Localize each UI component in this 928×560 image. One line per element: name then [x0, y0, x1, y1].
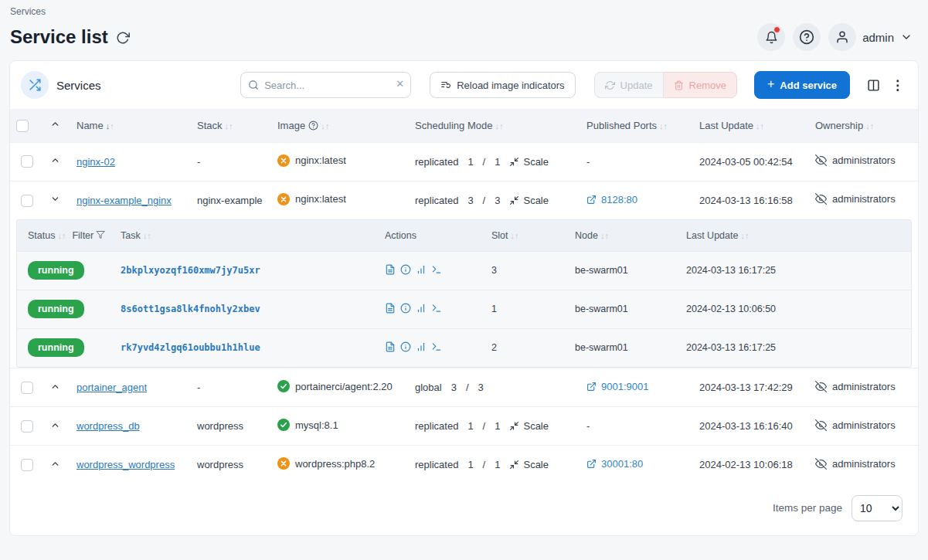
eye-off-icon — [815, 419, 827, 431]
update-button[interactable]: Update — [594, 72, 664, 98]
image-current-icon — [277, 380, 290, 392]
scale-icon — [509, 421, 519, 431]
user-icon — [835, 30, 849, 44]
published-port-link[interactable]: 9001:9001 — [586, 381, 648, 392]
help-button[interactable] — [793, 23, 821, 51]
scale-link[interactable]: Scale — [509, 459, 549, 470]
stats-icon[interactable] — [416, 303, 427, 314]
chevron-up-icon[interactable] — [50, 155, 60, 165]
column-header-stack[interactable]: Stack↓↑ — [191, 109, 271, 142]
console-icon[interactable] — [431, 303, 442, 314]
chevron-up-icon[interactable] — [50, 382, 60, 392]
column-header-published-ports[interactable]: Published Ports↓↑ — [580, 109, 693, 142]
expand-all-header[interactable] — [44, 109, 70, 142]
task-link[interactable]: 2bkplxyozqf160xmw7jy7u5xr — [121, 265, 260, 276]
stats-icon[interactable] — [416, 341, 427, 352]
reload-image-indicators-button[interactable]: Reload image indicators — [430, 72, 575, 98]
column-header-last-update[interactable]: Last Update↓↑ — [680, 220, 911, 251]
inspect-icon[interactable] — [400, 303, 411, 314]
image-value: nginx:latest — [295, 154, 346, 166]
filter-icon[interactable] — [96, 230, 105, 239]
node-value: be-swarm01 — [575, 265, 628, 276]
ownership-value: administrators — [832, 458, 896, 470]
published-port-link[interactable]: 8128:80 — [586, 194, 637, 205]
ownership-value: administrators — [832, 381, 896, 392]
task-link[interactable]: 8s6ott1gsa8lk4fnohly2xbev — [121, 304, 260, 314]
column-header-name[interactable]: Name↓↑ — [70, 109, 191, 142]
columns-icon[interactable] — [867, 79, 880, 92]
column-header-status[interactable]: Status↓↑Filter — [17, 220, 114, 251]
scale-link[interactable]: Scale — [509, 420, 549, 432]
column-header-task[interactable]: Task↓↑ — [114, 220, 379, 251]
user-avatar — [828, 23, 856, 51]
node-value: be-swarm01 — [575, 342, 628, 353]
task-link[interactable]: rk7yvd4zlgq61oubbu1h1hlue — [121, 342, 260, 353]
user-menu[interactable]: admin — [828, 23, 913, 51]
external-link-icon — [586, 382, 597, 392]
ports-value: - — [586, 420, 590, 432]
notifications-button[interactable] — [757, 23, 785, 51]
chevron-down-icon[interactable] — [50, 194, 60, 204]
service-name-link[interactable]: wordpress_wordpress — [76, 459, 175, 470]
service-row: wordpress_wordpress wordpress wordpress:… — [10, 446, 918, 484]
image-value: mysql:8.1 — [295, 419, 338, 431]
logs-icon[interactable] — [385, 341, 396, 352]
stack-value: wordpress — [197, 420, 243, 432]
ports-value: - — [586, 156, 590, 168]
console-icon[interactable] — [431, 264, 442, 275]
slot-value: 1 — [491, 304, 497, 314]
service-name-link[interactable]: nginx-02 — [76, 156, 115, 168]
row-checkbox[interactable] — [21, 420, 33, 433]
add-service-button[interactable]: + Add service — [754, 71, 850, 99]
select-all-header[interactable] — [10, 109, 44, 142]
scheduling-mode-value: global — [415, 382, 442, 393]
search-input[interactable] — [240, 72, 411, 98]
chevron-up-icon[interactable] — [50, 119, 60, 129]
row-checkbox[interactable] — [21, 155, 33, 168]
service-name-link[interactable]: wordpress_db — [76, 420, 140, 432]
chevron-up-icon[interactable] — [50, 459, 60, 469]
console-icon[interactable] — [431, 341, 442, 352]
help-circle-icon — [308, 120, 318, 131]
inspect-icon[interactable] — [400, 341, 411, 352]
breadcrumb[interactable]: Services — [10, 6, 46, 17]
column-header-node[interactable]: Node↓↑ — [569, 220, 680, 251]
scheduling-mode-value: replicated — [415, 420, 458, 432]
page-header: Services Service list — [0, 0, 928, 60]
expanded-tasks-row: Status↓↑Filter Task↓↑ Actions Slot↓↑ Nod… — [10, 219, 918, 368]
scale-link[interactable]: Scale — [509, 195, 549, 206]
service-name-link[interactable]: nginx-example_nginx — [76, 195, 172, 206]
chevron-up-icon[interactable] — [50, 420, 60, 430]
remove-button[interactable]: Remove — [664, 72, 737, 98]
column-header-image[interactable]: Image↓↑ — [271, 109, 409, 142]
ownership-value: administrators — [832, 193, 896, 205]
column-header-ownership[interactable]: Ownership↓↑ — [809, 109, 918, 142]
stack-value: - — [197, 156, 200, 168]
inspect-icon[interactable] — [400, 264, 411, 275]
row-checkbox[interactable] — [21, 459, 33, 471]
scale-link[interactable]: Scale — [509, 156, 549, 168]
logs-icon[interactable] — [385, 264, 396, 275]
column-header-scheduling-mode[interactable]: Scheduling Mode↓↑ — [409, 109, 580, 142]
select-all-checkbox[interactable] — [16, 120, 29, 132]
published-port-link[interactable]: 30001:80 — [586, 458, 643, 470]
kebab-menu-icon[interactable]: ⋮ — [888, 77, 907, 93]
stats-icon[interactable] — [416, 264, 427, 275]
items-per-page-select[interactable]: 10 — [852, 495, 903, 521]
sort-asc-icon: ↑ — [110, 121, 114, 131]
column-header-slot[interactable]: Slot↓↑ — [485, 220, 569, 251]
row-checkbox[interactable] — [21, 195, 33, 207]
row-checkbox[interactable] — [21, 382, 33, 394]
ownership-value: administrators — [832, 154, 896, 166]
status-badge: running — [28, 261, 84, 280]
tasks-table-container: Status↓↑Filter Task↓↑ Actions Slot↓↑ Nod… — [16, 219, 912, 368]
eye-off-icon — [815, 193, 827, 205]
tasks-header-row: Status↓↑Filter Task↓↑ Actions Slot↓↑ Nod… — [17, 220, 911, 251]
refresh-icon[interactable] — [116, 31, 130, 45]
column-header-last-update[interactable]: Last Update↓↑ — [693, 109, 809, 142]
clear-search-icon[interactable]: ✕ — [396, 78, 404, 90]
logs-icon[interactable] — [385, 303, 396, 314]
topbar-actions: admin — [757, 23, 913, 51]
task-row: running rk7yvd4zlgq61oubbu1h1hlue 2 be-s… — [17, 328, 911, 367]
service-name-link[interactable]: portainer_agent — [76, 382, 147, 393]
